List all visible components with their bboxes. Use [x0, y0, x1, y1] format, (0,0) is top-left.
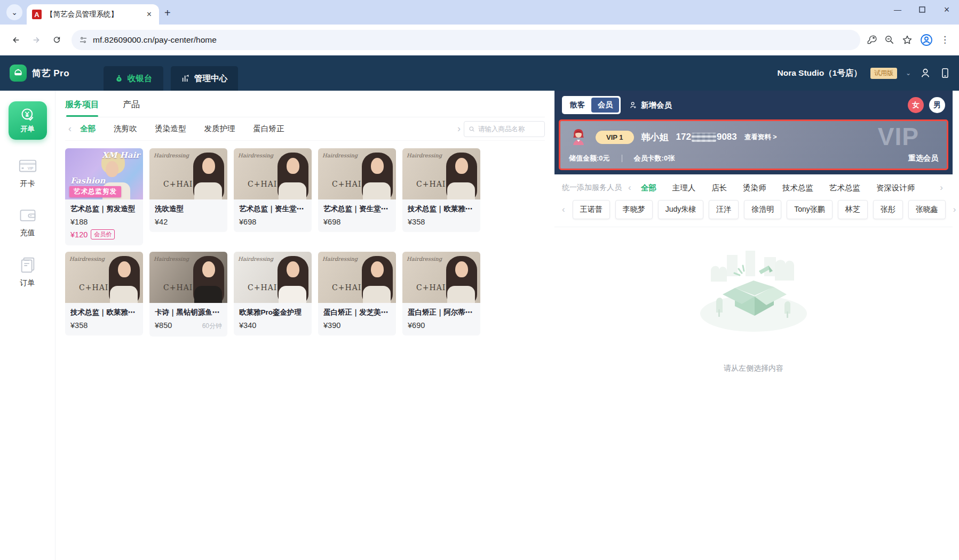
window-maximize-button[interactable] — [910, 0, 934, 19]
sidebar-item-recharge[interactable]: 充值 — [18, 207, 37, 238]
reload-button[interactable] — [48, 31, 65, 49]
product-price: ¥698 — [323, 218, 340, 226]
staff-section-label: 统一添加服务人员 — [562, 183, 622, 193]
category-wash-cut-blow[interactable]: 洗剪吹 — [114, 124, 137, 134]
app-logo-icon — [10, 65, 27, 82]
sidebar-item-orders[interactable]: 订单 — [19, 256, 37, 288]
product-image-studio-poster: Hairdressing C+HAIR — [318, 148, 396, 199]
category-hair-care[interactable]: 发质护理 — [204, 124, 235, 134]
product-card[interactable]: Hairdressing C+HAIR 艺术总监｜资生堂⋯ ¥698 — [234, 148, 312, 232]
browser-toolbar: mf.82609000.cn/pay-center/home ⋮ — [0, 25, 959, 55]
staff-filter-scroll-right-icon[interactable]: › — [938, 182, 945, 193]
member-phone: 172 9083 — [676, 132, 737, 142]
category-protein[interactable]: 蛋白矫正 — [253, 124, 284, 134]
product-card[interactable]: Hairdressing C+HAIR 技术总监｜欧莱雅⋯ ¥358 — [402, 148, 480, 232]
product-price: ¥188 — [70, 218, 88, 226]
nav-tab-cashier[interactable]: ¥ 收银台 — [104, 66, 163, 91]
gender-female-button[interactable]: 女 — [908, 97, 924, 113]
new-tab-button[interactable]: + — [164, 7, 171, 19]
product-name: 技术总监｜欧莱雅⋯ — [408, 204, 475, 214]
tab-products[interactable]: 产品 — [123, 99, 140, 117]
browser-menu-kebab-icon[interactable]: ⋮ — [940, 34, 949, 45]
nav-tab-admin-center[interactable]: 管理中心 — [171, 66, 238, 91]
product-card[interactable]: Hairdressing C+HAIR 欧莱雅Pro銮金护理 ¥340 — [234, 252, 312, 335]
moneybag-icon: ¥ — [115, 74, 123, 83]
svg-text:VIP: VIP — [27, 166, 33, 170]
forward-button[interactable] — [28, 31, 45, 49]
sidebar-item-billing[interactable]: 开单 — [9, 101, 47, 140]
reselect-member-button[interactable]: 重选会员 — [908, 154, 938, 163]
product-card[interactable]: Hairdressing C+HAIR 蛋白矫正｜发芝美⋯ ¥390 — [318, 252, 396, 335]
staff-button[interactable]: 林芝 — [838, 200, 868, 219]
store-chevron-down-icon[interactable]: ⌄ — [906, 69, 911, 77]
product-card[interactable]: Hairdressing C+HAIR 卡诗｜黑钻钥源鱼⋯ ¥850 60分钟 — [149, 252, 227, 337]
tab-close-icon[interactable]: × — [145, 10, 154, 19]
search-input[interactable] — [478, 125, 540, 133]
product-name: 蛋白矫正｜发芝美⋯ — [323, 308, 391, 317]
product-card[interactable]: Hairdressing C+HAIR 洗吹造型 ¥42 — [149, 148, 227, 232]
site-info-tune-icon[interactable] — [79, 36, 88, 44]
staff-button[interactable]: 张晓鑫 — [908, 200, 946, 219]
staff-filter-owner[interactable]: 主理人 — [672, 183, 696, 193]
member-name: 韩小姐 — [641, 131, 669, 143]
staff-button[interactable]: Judy朱棣 — [658, 200, 704, 219]
member-customer-tab[interactable]: 会员 — [591, 98, 619, 113]
staff-scroll-left-icon[interactable]: ‹ — [560, 204, 567, 215]
staff-filter-scroll-left-icon[interactable]: ‹ — [626, 182, 633, 193]
billing-yen-check-icon — [20, 107, 35, 122]
staff-button[interactable]: 李晓梦 — [615, 200, 653, 219]
url-text: mf.82609000.cn/pay-center/home — [93, 35, 853, 45]
gender-male-button[interactable]: 男 — [929, 97, 945, 113]
staff-filter-tech-director[interactable]: 技术总监 — [782, 183, 813, 193]
window-minimize-button[interactable]: — — [885, 0, 910, 19]
staff-button[interactable]: 汪洋 — [709, 200, 739, 219]
staff-button[interactable]: 张彤 — [873, 200, 903, 219]
product-image-studio-poster: Hairdressing C+HAIR — [318, 252, 396, 303]
cards-count-label: 会员卡数: — [634, 154, 664, 163]
zoom-icon[interactable] — [884, 35, 894, 45]
tab-service-items[interactable]: 服务项目 — [65, 99, 99, 117]
tab-favicon: A — [32, 10, 42, 19]
staff-filter-art-director[interactable]: 艺术总监 — [829, 183, 860, 193]
product-search[interactable] — [464, 121, 545, 137]
product-duration: 60分钟 — [202, 322, 222, 331]
reload-icon — [52, 35, 61, 44]
view-profile-link[interactable]: 查看资料 > — [744, 133, 777, 142]
staff-filter-colorist[interactable]: 烫染师 — [743, 183, 766, 193]
window-close-button[interactable]: × — [934, 0, 959, 19]
walkin-customer-tab[interactable]: 散客 — [564, 98, 591, 113]
staff-filter-senior-designer[interactable]: 资深设计师 — [876, 183, 915, 193]
staff-filter-manager[interactable]: 店长 — [711, 183, 727, 193]
product-price: ¥42 — [155, 218, 168, 226]
bookmark-star-icon[interactable] — [902, 35, 913, 45]
staff-filter-all[interactable]: 全部 — [641, 183, 656, 193]
staff-scroll-right-icon[interactable]: › — [951, 204, 958, 215]
product-card[interactable]: Hairdressing C+HAIR 艺术总监｜资生堂⋯ ¥698 — [318, 148, 396, 232]
vip-watermark: VIP — [878, 122, 919, 151]
category-scroll-left-icon[interactable]: ‹ — [65, 123, 75, 134]
product-card[interactable]: Hairdressing C+HAIR 技术总监｜欧莱雅⋯ ¥358 — [65, 252, 143, 335]
category-perm-dye[interactable]: 烫染造型 — [155, 124, 186, 134]
tab-search-chevron-icon[interactable]: ⌄ — [6, 4, 22, 20]
account-icon[interactable] — [920, 67, 931, 79]
member-price: ¥120 — [70, 230, 88, 239]
password-key-icon[interactable] — [867, 35, 877, 45]
mobile-phone-icon[interactable] — [940, 67, 950, 79]
product-card[interactable]: XM Hair Fashion 艺术总监剪发 艺术总监｜剪发造型 ¥188 ¥1… — [65, 148, 143, 245]
sidebar-item-open-card[interactable]: VIP 开卡 — [18, 158, 38, 189]
product-name: 艺术总监｜资生堂⋯ — [323, 204, 391, 214]
category-all[interactable]: 全部 — [80, 124, 96, 134]
category-scroll-right-icon[interactable]: › — [454, 123, 464, 134]
empty-state-text: 请从左侧选择内容 — [724, 364, 783, 373]
staff-button[interactable]: 王诺普 — [573, 200, 610, 219]
product-card[interactable]: Hairdressing C+HAIR 蛋白矫正｜阿尔蒂⋯ ¥690 — [402, 252, 480, 335]
staff-button[interactable]: 徐浩明 — [744, 200, 781, 219]
back-button[interactable] — [7, 31, 25, 49]
url-bar[interactable]: mf.82609000.cn/pay-center/home — [72, 30, 860, 50]
member-card-wrap: VIP VIP 1 韩小姐 172 9083 — [554, 118, 953, 174]
browser-tab[interactable]: A 【简艺会员管理系统】 × — [27, 4, 159, 25]
selected-member-card[interactable]: VIP VIP 1 韩小姐 172 9083 — [559, 119, 948, 170]
staff-button[interactable]: Tony张鹏 — [787, 200, 833, 219]
profile-avatar-icon[interactable] — [920, 34, 933, 46]
add-member-button[interactable]: 新增会员 — [629, 100, 672, 110]
